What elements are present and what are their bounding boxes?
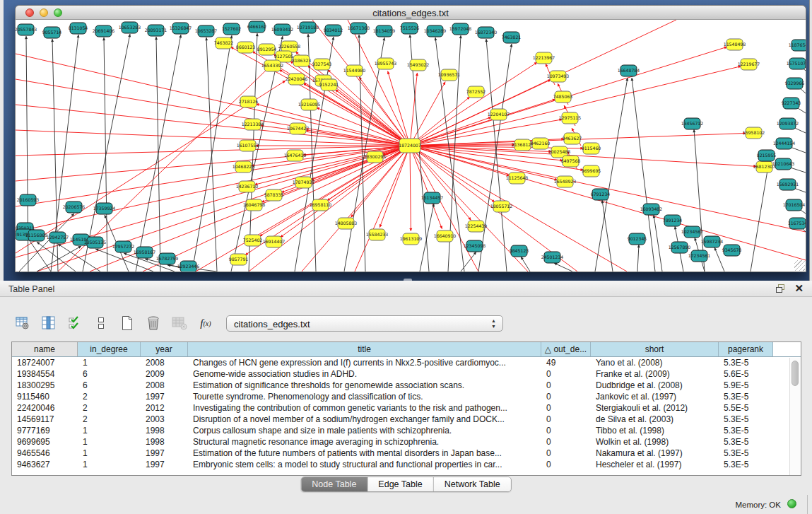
- graph-edge[interactable]: [16, 79, 410, 146]
- graph-edge[interactable]: [143, 146, 410, 271]
- column-header-short[interactable]: short: [591, 342, 719, 356]
- graph-edge[interactable]: [637, 245, 639, 271]
- graph-edge[interactable]: [751, 162, 769, 271]
- cell-short[interactable]: Yano et al. (2008): [591, 357, 719, 368]
- cell-pagerank[interactable]: 5.3E-5: [719, 357, 773, 368]
- resize-grip-icon[interactable]: [794, 260, 805, 271]
- cell-out_degree[interactable]: 0: [541, 368, 591, 380]
- tab-network-table[interactable]: Network Table: [433, 477, 511, 491]
- memory-ok-indicator[interactable]: [787, 499, 796, 508]
- graph-edge[interactable]: [355, 146, 410, 271]
- graph-edge[interactable]: [249, 146, 410, 271]
- float-panel-icon[interactable]: [775, 284, 786, 293]
- cell-title[interactable]: Corpus callosum shape and size in male p…: [188, 425, 541, 436]
- cell-short[interactable]: Tibbo et al. (1998): [591, 425, 719, 436]
- cell-name[interactable]: 14569117: [12, 414, 78, 425]
- cell-year[interactable]: 1998: [141, 436, 188, 448]
- graph-edge[interactable]: [554, 263, 572, 271]
- table-row[interactable]: 946554611997Estimation of the future num…: [12, 448, 801, 459]
- create-table-icon[interactable]: [119, 315, 136, 332]
- cell-pagerank[interactable]: 5.6E-5: [719, 368, 773, 380]
- cell-out_degree[interactable]: 0: [541, 380, 591, 391]
- graph-edge[interactable]: [256, 104, 410, 146]
- cell-title[interactable]: Estimation of the future numbers of pati…: [188, 448, 541, 459]
- cell-pagerank[interactable]: 5.3E-5: [719, 459, 773, 470]
- graph-edge[interactable]: [486, 39, 507, 271]
- cell-in_degree[interactable]: 2: [78, 391, 141, 402]
- graph-edge[interactable]: [254, 146, 410, 185]
- cell-in_degree[interactable]: 6: [78, 368, 141, 380]
- table-row[interactable]: 977716911998Corpus callosum shape and si…: [12, 425, 801, 436]
- cell-year[interactable]: 2008: [141, 380, 188, 391]
- cell-title[interactable]: Genome-wide association studies in ADHD.: [188, 368, 541, 380]
- cell-short[interactable]: Nakamura et al. (1997): [591, 448, 719, 459]
- table-row[interactable]: 911546021997Tourette syndrome. Phenomeno…: [12, 391, 801, 402]
- clear-selection-icon[interactable]: [66, 315, 83, 332]
- cell-title[interactable]: Structural magnetic resonance image aver…: [188, 436, 541, 448]
- cell-short[interactable]: de Silva et al. (2003): [591, 414, 719, 425]
- cell-year[interactable]: 2012: [141, 402, 188, 414]
- graph-edge[interactable]: [654, 215, 662, 271]
- cell-short[interactable]: Wolkin et al. (1998): [591, 436, 719, 448]
- cell-out_degree[interactable]: 0: [541, 414, 591, 425]
- cell-pagerank[interactable]: 5.3E-5: [719, 391, 773, 402]
- graph-edge[interactable]: [104, 37, 107, 271]
- graph-edge[interactable]: [478, 44, 512, 271]
- cell-out_degree[interactable]: 0: [541, 402, 591, 414]
- column-header-name[interactable]: name: [12, 342, 78, 356]
- column-header-pagerank[interactable]: pagerank: [719, 342, 773, 356]
- table-row[interactable]: 1456911722003Disruption of a novel membe…: [12, 414, 801, 425]
- cell-year[interactable]: 2008: [141, 357, 188, 368]
- collapsed-side-panel[interactable]: [809, 0, 812, 281]
- cell-title[interactable]: Estimation of significance thresholds fo…: [188, 380, 541, 391]
- cell-out_degree[interactable]: 0: [541, 436, 591, 448]
- table-settings-icon[interactable]: [14, 315, 31, 332]
- table-row[interactable]: 1830029562008Estimation of significance …: [12, 380, 801, 391]
- cell-out_degree[interactable]: 49: [541, 357, 591, 368]
- cell-name[interactable]: 9777169: [12, 425, 78, 436]
- cell-name[interactable]: 22420046: [12, 402, 78, 414]
- cell-year[interactable]: 1997: [141, 391, 188, 402]
- cell-year[interactable]: 1998: [141, 425, 188, 436]
- scrollbar-thumb[interactable]: [792, 361, 799, 386]
- cell-out_degree[interactable]: 0: [541, 459, 591, 470]
- tab-node-table[interactable]: Node Table: [301, 477, 367, 491]
- table-selector-dropdown[interactable]: citations_edges.txt ▲▼: [226, 315, 503, 332]
- graph-edge[interactable]: [602, 200, 613, 271]
- graph-edge[interactable]: [136, 35, 181, 271]
- cell-in_degree[interactable]: 1: [78, 357, 141, 368]
- column-header-title[interactable]: title: [188, 342, 541, 356]
- graph-edge[interactable]: [410, 62, 537, 146]
- cell-out_degree[interactable]: 0: [541, 448, 591, 459]
- cell-in_degree[interactable]: 1: [78, 448, 141, 459]
- cell-pagerank[interactable]: 5.5E-5: [719, 402, 773, 414]
- cell-short[interactable]: Franke et al. (2009): [591, 368, 719, 380]
- table-row[interactable]: 1938455462009Genome-wide association stu…: [12, 368, 801, 380]
- cell-name[interactable]: 9115460: [12, 391, 78, 402]
- cell-in_degree[interactable]: 6: [78, 380, 141, 391]
- cell-title[interactable]: Disruption of a novel member of a sodium…: [188, 414, 541, 425]
- import-table-icon[interactable]: [171, 315, 188, 332]
- cell-title[interactable]: Changes of HCN gene expression and I(f) …: [188, 357, 541, 368]
- graph-edge[interactable]: [595, 78, 628, 271]
- cell-in_degree[interactable]: 1: [78, 459, 141, 470]
- graph-edge[interactable]: [19, 214, 74, 271]
- cell-year[interactable]: 2009: [141, 368, 188, 380]
- cell-pagerank[interactable]: 5.3E-5: [719, 436, 773, 448]
- graph-edge[interactable]: [410, 146, 411, 231]
- rows-icon[interactable]: [93, 315, 110, 332]
- tab-edge-table[interactable]: Edge Table: [367, 477, 433, 491]
- cell-year[interactable]: 2003: [141, 414, 188, 425]
- graph-edge[interactable]: [308, 34, 316, 271]
- cell-title[interactable]: Embryonic stem cells: a model to study s…: [188, 459, 541, 470]
- column-header-year[interactable]: year: [141, 342, 188, 356]
- cell-in_degree[interactable]: 2: [78, 414, 141, 425]
- graph-edge[interactable]: [192, 35, 232, 271]
- cell-in_degree[interactable]: 1: [78, 436, 141, 448]
- table-row[interactable]: 946362711997Embryonic stem cells: a mode…: [12, 459, 801, 470]
- cell-year[interactable]: 1997: [141, 459, 188, 470]
- cell-in_degree[interactable]: 1: [78, 425, 141, 436]
- cell-out_degree[interactable]: 0: [541, 391, 591, 402]
- cell-in_degree[interactable]: 2: [78, 402, 141, 414]
- cell-short[interactable]: Hescheler et al. (1997): [591, 459, 719, 470]
